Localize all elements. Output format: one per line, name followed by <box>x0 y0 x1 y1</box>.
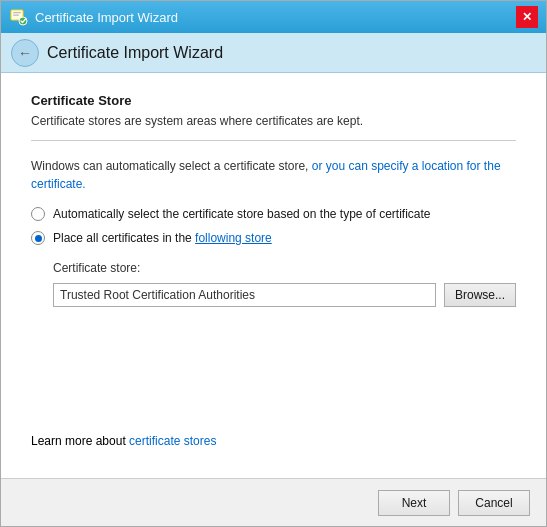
info-link: or you can specify a location for the ce… <box>31 159 501 191</box>
back-button[interactable]: ← <box>11 39 39 67</box>
section-title: Certificate Store <box>31 93 516 108</box>
learn-more: Learn more about certificate stores <box>31 434 516 448</box>
learn-more-prefix: Learn more about <box>31 434 129 448</box>
svg-rect-2 <box>13 15 19 16</box>
section-description: Certificate stores are system areas wher… <box>31 114 516 128</box>
following-store-link: following store <box>195 231 272 245</box>
nav-title: Certificate Import Wizard <box>47 44 223 62</box>
info-text: Windows can automatically select a certi… <box>31 157 516 193</box>
close-button[interactable]: ✕ <box>516 6 538 28</box>
nav-bar: ← Certificate Import Wizard <box>1 33 546 73</box>
title-bar-left: Certificate Import Wizard <box>9 7 178 27</box>
radio-manual-item[interactable]: Place all certificates in the following … <box>31 231 516 245</box>
cert-store-row: Browse... <box>53 283 516 307</box>
radio-manual-label: Place all certificates in the following … <box>53 231 272 245</box>
browse-button[interactable]: Browse... <box>444 283 516 307</box>
footer: Next Cancel <box>1 478 546 526</box>
info-text-part1: Windows can automatically select a certi… <box>31 159 501 191</box>
title-bar: Certificate Import Wizard ✕ <box>1 1 546 33</box>
cancel-button[interactable]: Cancel <box>458 490 530 516</box>
svg-rect-1 <box>13 12 21 13</box>
radio-auto-item[interactable]: Automatically select the certificate sto… <box>31 207 516 221</box>
cert-store-input[interactable] <box>53 283 436 307</box>
radio-auto-input[interactable] <box>31 207 45 221</box>
divider <box>31 140 516 141</box>
learn-more-link[interactable]: certificate stores <box>129 434 216 448</box>
radio-manual-input[interactable] <box>31 231 45 245</box>
certificate-icon <box>9 7 29 27</box>
back-icon: ← <box>18 45 32 61</box>
radio-auto-label: Automatically select the certificate sto… <box>53 207 431 221</box>
wizard-window: Certificate Import Wizard ✕ ← Certificat… <box>0 0 547 527</box>
spacer <box>31 307 516 434</box>
window-title: Certificate Import Wizard <box>35 10 178 25</box>
cert-store-label: Certificate store: <box>53 261 516 275</box>
next-button[interactable]: Next <box>378 490 450 516</box>
radio-group: Automatically select the certificate sto… <box>31 207 516 245</box>
content-area: Certificate Store Certificate stores are… <box>1 73 546 478</box>
